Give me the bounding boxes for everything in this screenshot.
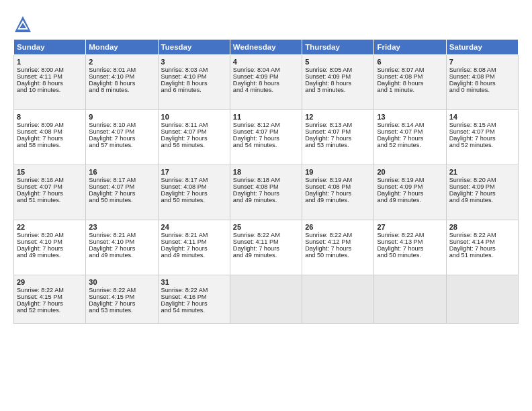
weekday-header-tuesday: Tuesday [158,40,230,55]
day-info: Sunrise: 8:19 AM [377,177,443,183]
calendar-cell: 1Sunrise: 8:00 AMSunset: 4:11 PMDaylight… [14,55,86,110]
day-info: Daylight: 7 hours [161,300,227,307]
calendar-cell: 3Sunrise: 8:03 AMSunset: 4:10 PMDaylight… [158,55,230,110]
day-info: Sunrise: 8:22 AM [305,232,371,238]
day-info: Daylight: 7 hours [305,135,371,142]
day-number: 24 [161,223,227,231]
day-info: Sunset: 4:11 PM [161,238,227,245]
day-info: and 54 minutes. [233,142,299,148]
day-info: Sunrise: 8:20 AM [449,177,515,183]
day-info: Sunset: 4:07 PM [305,128,371,135]
day-info: Daylight: 7 hours [161,245,227,252]
day-info: Daylight: 7 hours [233,190,299,197]
day-number: 19 [305,168,371,176]
day-info: Sunrise: 8:13 AM [305,122,371,128]
day-number: 18 [233,168,299,176]
week-row-2: 8Sunrise: 8:09 AMSunset: 4:08 PMDaylight… [14,110,519,165]
day-number: 21 [449,168,515,176]
weekday-header-monday: Monday [86,40,158,55]
day-info: Sunrise: 8:22 AM [17,287,83,293]
day-info: Sunrise: 8:19 AM [305,177,371,183]
day-info: Sunrise: 8:11 AM [161,122,227,128]
day-info: Sunrise: 8:05 AM [305,66,371,73]
calendar-cell [302,275,374,324]
day-info: and 50 minutes. [377,252,443,259]
day-info: and 50 minutes. [89,197,154,203]
day-info: and 0 minutes. [449,87,515,93]
calendar-cell: 24Sunrise: 8:21 AMSunset: 4:11 PMDayligh… [158,220,230,275]
calendar-cell: 5Sunrise: 8:05 AMSunset: 4:09 PMDaylight… [302,55,374,110]
day-info: Sunset: 4:07 PM [89,128,154,135]
logo [13,15,34,34]
day-info: and 50 minutes. [161,197,227,203]
calendar-cell: 8Sunrise: 8:09 AMSunset: 4:08 PMDaylight… [14,110,86,165]
day-info: and 49 minutes. [233,197,299,203]
day-info: Sunset: 4:10 PM [89,73,154,80]
day-info: Sunset: 4:12 PM [305,238,371,245]
day-info: Daylight: 7 hours [89,245,154,252]
day-info: Daylight: 7 hours [161,135,227,142]
day-number: 29 [17,278,83,286]
day-info: Daylight: 7 hours [233,135,299,142]
calendar-cell: 21Sunrise: 8:20 AMSunset: 4:09 PMDayligh… [446,165,518,220]
day-number: 22 [17,223,83,231]
day-number: 11 [233,113,299,121]
day-number: 30 [89,278,154,286]
day-info: and 51 minutes. [17,197,83,203]
day-number: 15 [17,168,83,176]
calendar-cell: 4Sunrise: 8:04 AMSunset: 4:09 PMDaylight… [230,55,302,110]
day-info: and 53 minutes. [305,142,371,148]
calendar-cell [230,275,302,324]
calendar-cell: 22Sunrise: 8:20 AMSunset: 4:10 PMDayligh… [14,220,86,275]
day-info: and 49 minutes. [17,252,83,259]
day-info: Sunset: 4:08 PM [17,128,83,135]
day-info: Daylight: 7 hours [305,190,371,197]
day-info: Sunset: 4:08 PM [233,183,299,190]
day-info: Sunrise: 8:21 AM [161,232,227,238]
day-info: and 52 minutes. [377,142,443,148]
calendar-table: SundayMondayTuesdayWednesdayThursdayFrid… [13,39,519,324]
day-info: and 49 minutes. [233,252,299,259]
day-info: Sunset: 4:09 PM [233,73,299,80]
weekday-header-sunday: Sunday [14,40,86,55]
calendar-cell: 27Sunrise: 8:22 AMSunset: 4:13 PMDayligh… [374,220,446,275]
day-info: Sunrise: 8:12 AM [233,122,299,128]
week-row-1: 1Sunrise: 8:00 AMSunset: 4:11 PMDaylight… [14,55,519,110]
day-info: Daylight: 8 hours [161,80,227,87]
day-info: Sunset: 4:15 PM [89,293,154,300]
day-number: 16 [89,168,154,176]
day-info: and 4 minutes. [233,87,299,93]
day-info: Sunset: 4:07 PM [449,128,515,135]
day-info: Sunrise: 8:21 AM [89,232,154,238]
day-info: Sunset: 4:07 PM [233,128,299,135]
day-info: and 57 minutes. [89,142,154,148]
weekday-header-saturday: Saturday [446,40,518,55]
calendar-cell: 23Sunrise: 8:21 AMSunset: 4:10 PMDayligh… [86,220,158,275]
day-info: and 50 minutes. [305,252,371,259]
day-info: and 58 minutes. [17,142,83,148]
calendar-cell: 30Sunrise: 8:22 AMSunset: 4:15 PMDayligh… [86,275,158,324]
weekday-header-friday: Friday [374,40,446,55]
weekday-header-wednesday: Wednesday [230,40,302,55]
calendar-cell: 16Sunrise: 8:17 AMSunset: 4:07 PMDayligh… [86,165,158,220]
calendar-cell: 9Sunrise: 8:10 AMSunset: 4:07 PMDaylight… [86,110,158,165]
calendar-cell: 2Sunrise: 8:01 AMSunset: 4:10 PMDaylight… [86,55,158,110]
day-info: Daylight: 7 hours [17,245,83,252]
day-number: 1 [17,58,83,66]
day-info: Sunset: 4:08 PM [305,183,371,190]
day-number: 28 [449,223,515,231]
day-info: Sunrise: 8:04 AM [233,66,299,73]
day-info: and 56 minutes. [161,142,227,148]
day-info: Sunrise: 8:08 AM [449,66,515,73]
calendar-cell: 7Sunrise: 8:08 AMSunset: 4:08 PMDaylight… [446,55,518,110]
calendar-cell: 18Sunrise: 8:18 AMSunset: 4:08 PMDayligh… [230,165,302,220]
day-number: 27 [377,223,443,231]
day-info: Sunrise: 8:01 AM [89,66,154,73]
day-number: 8 [17,113,83,121]
calendar-cell: 29Sunrise: 8:22 AMSunset: 4:15 PMDayligh… [14,275,86,324]
calendar-cell [446,275,518,324]
day-info: Sunrise: 8:22 AM [449,232,515,238]
day-info: Sunset: 4:08 PM [377,73,443,80]
day-info: and 1 minute. [377,87,443,93]
day-info: Sunset: 4:11 PM [17,73,83,80]
